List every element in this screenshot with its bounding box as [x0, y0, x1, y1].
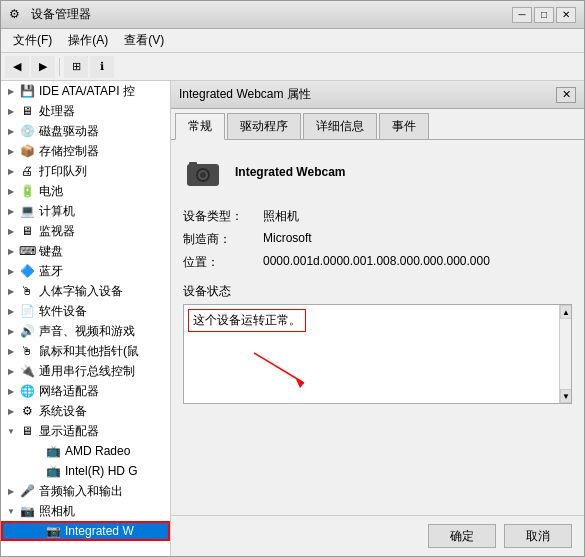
- expand-icon: ▶: [3, 123, 19, 139]
- tree-item-display[interactable]: ▼ 🖥 显示适配器: [1, 421, 170, 441]
- prop-title-buttons: ✕: [556, 87, 576, 103]
- network-icon: 🌐: [19, 383, 35, 399]
- tree-item-bluetooth[interactable]: ▶ 🔷 蓝牙: [1, 261, 170, 281]
- grid-button[interactable]: ⊞: [64, 56, 88, 78]
- tree-label-sysdev: 系统设备: [39, 403, 87, 420]
- prop-title-text: Integrated Webcam 属性: [179, 86, 556, 103]
- cancel-button[interactable]: 取消: [504, 524, 572, 548]
- minimize-button[interactable]: ─: [512, 7, 532, 23]
- content-area: ▶ 💾 IDE ATA/ATAPI 控 ▶ 🖥 处理器 ▶ 💿 磁盘驱动器 ▶ …: [1, 81, 584, 556]
- expand-icon: [29, 523, 45, 539]
- tree-label-serial: 通用串行总线控制: [39, 363, 135, 380]
- prop-content: Integrated Webcam 设备类型： 照相机 制造商： Microso…: [171, 140, 584, 515]
- menu-bar: 文件(F) 操作(A) 查看(V): [1, 29, 584, 53]
- prop-label-location: 位置：: [183, 254, 263, 271]
- prop-label-mfg: 制造商：: [183, 231, 263, 248]
- status-box: 这个设备运转正常。 ▲ ▼: [183, 304, 572, 404]
- monitor-icon: 🖥: [19, 223, 35, 239]
- status-label: 设备状态: [183, 283, 572, 300]
- menu-action[interactable]: 操作(A): [60, 30, 116, 51]
- status-section: 设备状态 这个设备运转正常。 ▲ ▼: [183, 283, 572, 404]
- display-icon: 🖥: [19, 423, 35, 439]
- tree-item-camera[interactable]: ▼ 📷 照相机: [1, 501, 170, 521]
- menu-file[interactable]: 文件(F): [5, 30, 60, 51]
- tree-item-webcam[interactable]: 📷 Integrated W: [1, 521, 170, 541]
- tabs-bar: 常规 驱动程序 详细信息 事件: [171, 109, 584, 140]
- menu-view[interactable]: 查看(V): [116, 30, 172, 51]
- tree-label-bluetooth: 蓝牙: [39, 263, 63, 280]
- tab-details[interactable]: 详细信息: [303, 113, 377, 139]
- expand-icon: ▶: [3, 323, 19, 339]
- toolbar-separator: [59, 58, 60, 76]
- status-arrow-svg: [244, 343, 324, 393]
- tree-label-display: 显示适配器: [39, 423, 99, 440]
- tab-general[interactable]: 常规: [175, 113, 225, 140]
- tree-item-hid[interactable]: ▶ 🖱 人体字输入设备: [1, 281, 170, 301]
- prop-close-button[interactable]: ✕: [556, 87, 576, 103]
- expand-icon: [29, 463, 45, 479]
- tree-label-software: 软件设备: [39, 303, 87, 320]
- expand-icon: ▶: [3, 303, 19, 319]
- tree-item-audioinout[interactable]: ▶ 🎤 音频输入和输出: [1, 481, 170, 501]
- tree-item-print[interactable]: ▶ 🖨 打印队列: [1, 161, 170, 181]
- tree-label-hid: 人体字输入设备: [39, 283, 123, 300]
- tree-label-mouse: 鼠标和其他指针(鼠: [39, 343, 139, 360]
- audio-icon: 🔊: [19, 323, 35, 339]
- serial-icon: 🔌: [19, 363, 35, 379]
- prop-row-location: 位置： 0000.001d.0000.001.008.000.000.000.0…: [183, 254, 572, 271]
- tree-label-ide: IDE ATA/ATAPI 控: [39, 83, 135, 100]
- disk-icon: 💿: [19, 123, 35, 139]
- tree-item-monitor[interactable]: ▶ 🖥 监视器: [1, 221, 170, 241]
- expand-icon: ▶: [3, 83, 19, 99]
- tree-label-network: 网络适配器: [39, 383, 99, 400]
- prop-value-type: 照相机: [263, 208, 299, 225]
- close-button[interactable]: ✕: [556, 7, 576, 23]
- cpu-icon: 🖥: [19, 103, 35, 119]
- storage-icon: 📦: [19, 143, 35, 159]
- audioinout-icon: 🎤: [19, 483, 35, 499]
- expand-icon: ▶: [3, 183, 19, 199]
- back-button[interactable]: ◀: [5, 56, 29, 78]
- device-icon-large: [183, 152, 223, 192]
- mouse-icon: 🖱: [19, 343, 35, 359]
- maximize-button[interactable]: □: [534, 7, 554, 23]
- tree-label-battery: 电池: [39, 183, 63, 200]
- ok-button[interactable]: 确定: [428, 524, 496, 548]
- tab-driver[interactable]: 驱动程序: [227, 113, 301, 139]
- forward-button[interactable]: ▶: [31, 56, 55, 78]
- tree-item-keyboard[interactable]: ▶ ⌨ 键盘: [1, 241, 170, 261]
- tree-item-computer[interactable]: ▶ 💻 计算机: [1, 201, 170, 221]
- expand-icon: ▶: [3, 103, 19, 119]
- tree-item-audio[interactable]: ▶ 🔊 声音、视频和游戏: [1, 321, 170, 341]
- scroll-down-button[interactable]: ▼: [560, 389, 572, 403]
- property-panel: Integrated Webcam 属性 ✕ 常规 驱动程序 详细信息 事件: [171, 81, 584, 556]
- tree-label-cpu: 处理器: [39, 103, 75, 120]
- title-bar: ⚙ 设备管理器 ─ □ ✕: [1, 1, 584, 29]
- tab-events[interactable]: 事件: [379, 113, 429, 139]
- tree-item-disk[interactable]: ▶ 💿 磁盘驱动器: [1, 121, 170, 141]
- software-icon: 📄: [19, 303, 35, 319]
- tree-item-serial[interactable]: ▶ 🔌 通用串行总线控制: [1, 361, 170, 381]
- window-controls: ─ □ ✕: [512, 7, 576, 23]
- camera-icon: 📷: [19, 503, 35, 519]
- tree-label-intel: Intel(R) HD G: [65, 464, 138, 478]
- tree-label-audioinout: 音频输入和输出: [39, 483, 123, 500]
- tree-item-amd[interactable]: 📺 AMD Radeo: [1, 441, 170, 461]
- tree-item-storage[interactable]: ▶ 📦 存储控制器: [1, 141, 170, 161]
- tree-item-software[interactable]: ▶ 📄 软件设备: [1, 301, 170, 321]
- tree-item-intel[interactable]: 📺 Intel(R) HD G: [1, 461, 170, 481]
- tree-label-webcam: Integrated W: [65, 524, 134, 538]
- tree-label-computer: 计算机: [39, 203, 75, 220]
- tree-item-network[interactable]: ▶ 🌐 网络适配器: [1, 381, 170, 401]
- tree-item-battery[interactable]: ▶ 🔋 电池: [1, 181, 170, 201]
- tree-item-sysdev[interactable]: ▶ ⚙ 系统设备: [1, 401, 170, 421]
- tree-label-storage: 存储控制器: [39, 143, 99, 160]
- scroll-up-button[interactable]: ▲: [560, 305, 572, 319]
- device-tree: ▶ 💾 IDE ATA/ATAPI 控 ▶ 🖥 处理器 ▶ 💿 磁盘驱动器 ▶ …: [1, 81, 171, 556]
- info-button[interactable]: ℹ: [90, 56, 114, 78]
- tree-item-cpu[interactable]: ▶ 🖥 处理器: [1, 101, 170, 121]
- tree-item-ide[interactable]: ▶ 💾 IDE ATA/ATAPI 控: [1, 81, 170, 101]
- status-scrollbar[interactable]: ▲ ▼: [559, 305, 571, 403]
- amd-icon: 📺: [45, 443, 61, 459]
- tree-item-mouse[interactable]: ▶ 🖱 鼠标和其他指针(鼠: [1, 341, 170, 361]
